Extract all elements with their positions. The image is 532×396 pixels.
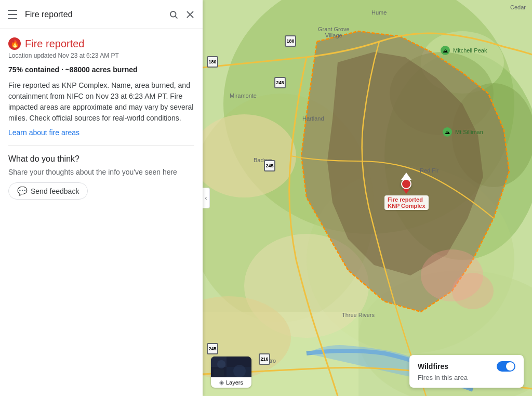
svg-point-25: [233, 365, 246, 377]
wildfires-subtitle: Fires in this area: [418, 374, 515, 381]
fire-pin[interactable]: Fire reported KNP Complex: [384, 171, 429, 210]
app-container: Fire reported 🔥 Fire reported: [0, 0, 532, 396]
left-panel: Fire reported 🔥 Fire reported: [0, 0, 203, 396]
divider: [8, 146, 194, 146]
close-button[interactable]: [184, 8, 196, 21]
route-badge-216: 216: [259, 353, 270, 365]
svg-line-1: [175, 16, 177, 18]
wildfires-card: Wildfires Fires in this area: [409, 355, 524, 388]
fire-pin-label2: KNP Complex: [388, 203, 425, 209]
svg-point-20: [452, 273, 494, 309]
svg-point-24: [217, 360, 225, 368]
toggle-knob: [506, 362, 514, 371]
search-bar: Fire reported: [0, 0, 203, 29]
route-badge-180a: 180: [207, 56, 218, 68]
wildfires-toggle[interactable]: [497, 361, 515, 372]
search-button[interactable]: [167, 8, 180, 21]
layers-label: Layers: [226, 379, 243, 386]
containment-info: 75% contained · ~88000 acres burned: [8, 65, 194, 74]
layers-thumbnail: [211, 357, 251, 377]
info-content: 🔥 Fire reported Location updated Nov 23 …: [0, 29, 203, 396]
menu-icon[interactable]: [6, 8, 19, 21]
route-badge-245a: 245: [274, 77, 286, 88]
location-updated: Location updated Nov 23 at 6:23 AM PT: [8, 52, 194, 59]
map-background: [203, 0, 532, 396]
layers-label-row: ◈ Layers: [211, 377, 251, 388]
learn-link[interactable]: Learn about fire areas: [8, 128, 79, 137]
mt-silliman-marker: ⛰ Mt Silliman: [443, 127, 483, 137]
feedback-button-label: Send feedback: [31, 187, 79, 195]
route-badge-180b: 180: [285, 35, 296, 47]
feedback-icon: 💬: [17, 186, 28, 196]
flame-icon: 🔥: [10, 39, 19, 48]
route-badge-245b: 245: [264, 160, 275, 171]
route-badge-245c: 245: [207, 343, 218, 354]
feedback-subtitle: Share your thoughts about the info you'v…: [8, 168, 194, 176]
layers-icon: ◈: [219, 379, 224, 386]
search-text: Fire reported: [25, 10, 167, 19]
wildfires-title: Wildfires: [418, 362, 448, 371]
search-icons: [167, 8, 196, 21]
svg-rect-26: [214, 369, 224, 376]
collapse-panel-button[interactable]: ‹: [203, 188, 210, 208]
wildfires-row: Wildfires: [418, 361, 515, 372]
fire-pin-label1: Fire reported: [388, 196, 425, 203]
fire-description: Fire reported as KNP Complex. Name, area…: [8, 80, 194, 124]
chevron-left-icon: ‹: [205, 194, 207, 202]
layers-button[interactable]: ◈ Layers: [211, 357, 251, 388]
feedback-title: What do you think?: [8, 154, 194, 164]
feedback-section: What do you think? Share your thoughts a…: [8, 154, 194, 200]
feedback-button[interactable]: 💬 Send feedback: [8, 182, 88, 200]
fire-icon: 🔥: [8, 37, 21, 50]
fire-title: Fire reported: [25, 38, 85, 50]
svg-point-0: [170, 11, 176, 17]
map-area[interactable]: Hume Cedar Grant GroveVillage ⛰ Mitchell…: [203, 0, 532, 396]
mitchell-peak-marker: ⛰ Mitchell Peak: [441, 46, 487, 55]
fire-title-row: 🔥 Fire reported: [8, 37, 194, 50]
